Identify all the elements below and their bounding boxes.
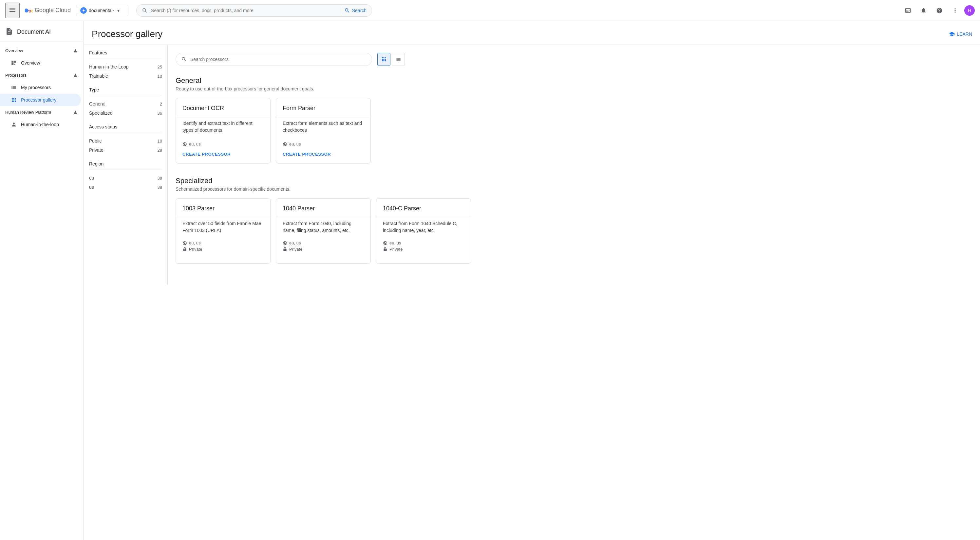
filter-public[interactable]: Public 10 [89,136,162,145]
sidebar-processor-gallery-label: Processor gallery [21,97,56,103]
1040c-parser-access: Private [383,247,464,252]
sidebar-section-hrp[interactable]: Human Review Platform ▲ [0,106,84,118]
filter-count: 2 [160,102,162,107]
global-search: Search [136,4,372,17]
lock-icon [383,247,388,252]
processor-gallery-icon [11,97,17,103]
sidebar-section-processors[interactable]: Processors ▲ [0,69,84,81]
project-selector[interactable]: documentai- ▾ [76,5,128,16]
more-options-button[interactable] [948,4,962,17]
google-cloud-logo: Google Google Cloud [25,6,71,14]
sidebar-app-header: Document AI [0,24,84,42]
filter-features-section: Features Human-in-the-Loop 25 Trainable … [89,50,162,81]
globe-icon [183,142,187,147]
overview-chevron-icon: ▲ [72,47,78,54]
processor-search-icon [181,56,187,62]
project-name: documentai- [89,8,114,13]
filter-count: 10 [158,74,162,79]
grid-icon [381,56,387,62]
filter-trainable[interactable]: Trainable 10 [89,72,162,81]
overview-icon [11,60,17,66]
filter-label: Public [89,138,102,143]
notifications-button[interactable] [917,4,930,17]
processor-search-bar [175,53,372,66]
specialized-processor-grid: 1003 Parser Extract over 50 fields from … [175,198,972,264]
search-and-view-bar [175,53,972,66]
filter-count: 38 [158,185,162,190]
chevron-down-icon: ▾ [117,8,119,13]
sidebar-item-my-processors[interactable]: My processors [0,81,81,94]
card-divider [176,216,270,216]
navbar: Google Google Cloud documentai- ▾ S [0,0,980,21]
1040-parser-access: Private [283,247,364,252]
lock-icon [183,247,187,252]
1040-parser-meta: eu, us Private [283,241,364,252]
general-category-desc: Ready to use out-of-the-box processors f… [175,86,972,91]
filters-panel: Features Human-in-the-Loop 25 Trainable … [84,45,168,285]
form-parser-create-button[interactable]: CREATE PROCESSOR [283,152,364,157]
filter-region-section: Region eu 38 us 38 [89,161,162,192]
filter-features-title: Features [89,50,162,58]
overview-section-label: Overview [5,48,23,53]
grid-view-button[interactable] [377,53,390,66]
lock-icon [283,247,287,252]
filter-private[interactable]: Private 28 [89,145,162,155]
help-button[interactable] [933,4,946,17]
1040-parser-desc: Extract from Form 1040, including name, … [283,220,364,235]
list-view-button[interactable] [392,53,405,66]
filter-us[interactable]: us 38 [89,183,162,192]
global-search-input[interactable] [151,8,337,13]
filter-human-in-the-loop[interactable]: Human-in-the-Loop 25 [89,62,162,72]
filter-count: 28 [158,148,162,153]
content-body: Features Human-in-the-Loop 25 Trainable … [84,45,980,285]
form-parser-region-text: eu, us [289,142,301,147]
card-divider [276,116,371,116]
general-processor-grid: Document OCR Identify and extract text i… [175,98,972,164]
1003-parser-access: Private [183,247,264,252]
processor-search-input[interactable] [190,57,366,62]
hamburger-button[interactable] [5,3,20,18]
main-layout: Document AI Overview ▲ Overview Processo… [0,21,980,540]
filter-type-title: Type [89,87,162,96]
my-processors-icon [11,84,17,91]
1003-parser-meta: eu, us Private [183,241,264,252]
page-title: Processor gallery [92,29,162,39]
document-ai-icon [5,27,13,37]
1003-parser-region-text: eu, us [189,241,200,245]
document-ocr-title: Document OCR [183,105,264,112]
sidebar-item-human-in-the-loop[interactable]: Human-in-the-loop [0,118,81,131]
filter-count: 10 [158,139,162,143]
sidebar-item-processor-gallery[interactable]: Processor gallery [0,94,81,106]
document-ocr-create-button[interactable]: CREATE PROCESSOR [183,152,264,157]
learn-button[interactable]: LEARN [949,31,972,37]
sidebar-section-overview[interactable]: Overview ▲ [0,45,84,57]
card-divider [276,216,371,216]
svg-text:Google: Google [25,8,33,13]
1040c-parser-card: 1040-C Parser Extract from Form 1040 Sch… [376,198,471,264]
1040-parser-access-text: Private [289,247,302,252]
globe-icon [283,142,287,147]
human-in-the-loop-icon [11,121,17,127]
general-category-title: General [175,76,972,85]
1040-parser-region: eu, us [283,241,364,245]
document-ocr-meta: eu, us [183,142,264,147]
filter-eu[interactable]: eu 38 [89,173,162,183]
1003-parser-region: eu, us [183,241,264,245]
sidebar-item-overview[interactable]: Overview [0,57,81,69]
document-ocr-desc: Identify and extract text in different t… [183,120,264,136]
hrp-chevron-icon: ▲ [72,109,78,116]
filter-label: Trainable [89,73,108,79]
filter-specialized[interactable]: Specialized 36 [89,108,162,118]
filter-label: us [89,185,94,190]
search-button[interactable]: Search [344,8,366,13]
document-ocr-region: eu, us [183,142,264,147]
document-ocr-region-text: eu, us [189,142,200,147]
filter-label: Specialized [89,110,113,116]
1040c-parser-meta: eu, us Private [383,241,464,252]
filter-general[interactable]: General 2 [89,99,162,108]
console-icon-button[interactable] [901,4,915,17]
avatar[interactable]: H [964,5,975,16]
list-icon [395,56,401,62]
1040-parser-title: 1040 Parser [283,205,364,212]
1040c-parser-region: eu, us [383,241,464,245]
